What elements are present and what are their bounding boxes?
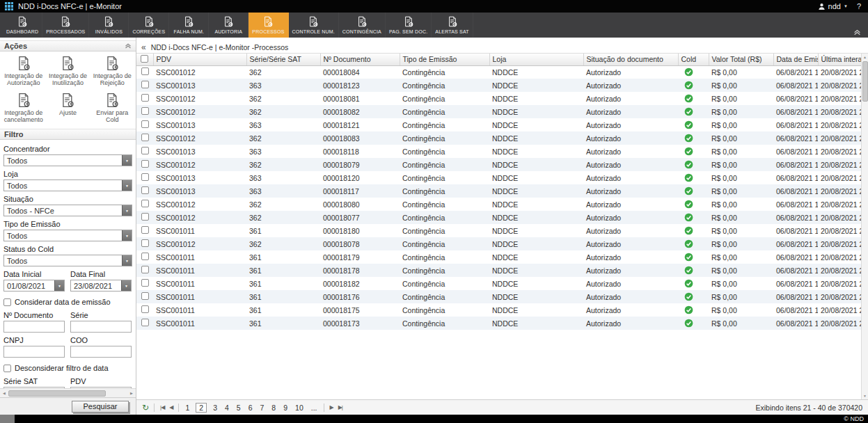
col-data-emissao[interactable]: Data de Emissão xyxy=(773,54,818,65)
page-last-icon[interactable]: ▶| xyxy=(338,404,343,410)
collapse-panel-icon[interactable] xyxy=(125,43,132,49)
vertical-scrollbar-thumb[interactable] xyxy=(862,61,868,102)
tab-auditoria[interactable]: AUDITORIA xyxy=(209,13,248,38)
col-documento[interactable]: Nº Documento xyxy=(320,54,400,65)
tab-falha-num[interactable]: FALHA NUM. xyxy=(169,13,209,38)
page-prev-icon[interactable]: ◀ xyxy=(168,404,173,410)
row-checkbox[interactable] xyxy=(141,107,149,115)
filter-dropdown[interactable]: Todos▼ xyxy=(3,230,132,241)
tab-controle-num[interactable]: CONTROLE NUM. xyxy=(289,13,339,38)
col-ultima-interacao[interactable]: Última interação xyxy=(818,54,861,65)
col-situacao[interactable]: Situação do documento xyxy=(583,54,678,65)
page-number-8[interactable]: 8 xyxy=(270,404,277,412)
tab-invalidos[interactable]: INVÁLIDOS xyxy=(89,13,129,38)
row-checkbox[interactable] xyxy=(141,279,149,287)
table-row[interactable]: SSC001011361000018173ContingênciaNDDCEAu… xyxy=(136,317,861,330)
table-row[interactable]: SSC001012362000018079ContingênciaNDDCEAu… xyxy=(136,158,861,171)
table-row[interactable]: SSC001011361000018179ContingênciaNDDCEAu… xyxy=(136,250,861,264)
table-row[interactable]: SSC001012362000018083ContingênciaNDDCEAu… xyxy=(136,131,861,145)
table-row[interactable]: SSC001011361000018175ContingênciaNDDCEAu… xyxy=(136,303,861,317)
row-checkbox[interactable] xyxy=(141,173,149,181)
table-row[interactable]: SSC001013363000018118ContingênciaNDDCEAu… xyxy=(136,145,861,158)
scroll-right-icon[interactable]: ▶ xyxy=(127,391,136,395)
row-checkbox[interactable] xyxy=(141,67,149,75)
action-integracao-de-autorizacao[interactable]: Integração de Autorização xyxy=(1,56,46,87)
action-enviar-para-cold[interactable]: Enviar para Cold xyxy=(90,93,134,124)
tab-processados[interactable]: PROCESSADOS xyxy=(42,13,89,38)
col-valor-total[interactable]: Valor Total (R$) xyxy=(709,54,773,65)
page-number-4[interactable]: 4 xyxy=(223,404,230,412)
serie-input[interactable] xyxy=(70,321,132,333)
table-row[interactable]: SSC001011361000018182ContingênciaNDDCEAu… xyxy=(136,277,861,290)
filter-dropdown[interactable]: Todos▼ xyxy=(3,255,132,266)
table-row[interactable]: SSC001011361000018176ContingênciaNDDCEAu… xyxy=(136,290,861,303)
page-number-9[interactable]: 9 xyxy=(282,404,289,412)
considerar-emissao-row[interactable]: Considerar data de emissão xyxy=(3,298,132,306)
table-row[interactable]: SSC001012362000018082ContingênciaNDDCEAu… xyxy=(136,105,861,118)
table-row[interactable]: SSC001012362000018081ContingênciaNDDCEAu… xyxy=(136,92,861,105)
page-number-1[interactable]: 1 xyxy=(184,404,191,412)
scroll-down-icon[interactable]: ▼ xyxy=(862,392,868,399)
desconsiderar-filtro-row[interactable]: Desconsiderar filtro de data xyxy=(3,364,132,372)
page-next-icon[interactable]: ▶ xyxy=(329,404,334,410)
col-cold[interactable]: Cold xyxy=(678,54,709,65)
filter-dropdown[interactable]: Todos - NFCe▼ xyxy=(3,205,132,216)
tab-pag-sem-doc[interactable]: PAG. SEM DOC. xyxy=(386,13,432,38)
table-row[interactable]: SSC001011361000018178ContingênciaNDDCEAu… xyxy=(136,264,861,277)
collapse-sidebar-icon[interactable]: « xyxy=(141,43,146,51)
row-checkbox[interactable] xyxy=(141,94,149,102)
collapse-ribbon-icon[interactable] xyxy=(853,29,861,35)
row-checkbox[interactable] xyxy=(141,81,149,88)
date-start-picker[interactable]: 01/08/2021 ▼ xyxy=(3,280,65,292)
table-row[interactable]: SSC001012362000018080ContingênciaNDDCEAu… xyxy=(136,198,861,211)
filter-dropdown[interactable]: Todos▼ xyxy=(3,154,132,166)
row-checkbox[interactable] xyxy=(141,147,149,154)
action-integracao-de-cancelamento[interactable]: Integração de cancelamento xyxy=(1,93,46,124)
considerar-emissao-checkbox[interactable] xyxy=(3,298,11,306)
pesquisar-button[interactable]: Pesquisar xyxy=(72,401,129,413)
refresh-icon[interactable]: ↻ xyxy=(142,404,149,412)
table-row[interactable]: SSC001013363000018123ContingênciaNDDCEAu… xyxy=(136,79,861,92)
page-first-icon[interactable]: |◀ xyxy=(159,404,165,410)
app-launcher-grid-icon[interactable] xyxy=(5,2,13,10)
tab-contingencia[interactable]: CONTINGÊNCIA xyxy=(339,13,386,38)
action-ajuste[interactable]: Ajuste xyxy=(46,93,90,124)
cnpj-input[interactable] xyxy=(3,346,65,358)
table-row[interactable]: SSC001012362000018077ContingênciaNDDCEAu… xyxy=(136,211,861,224)
col-pdv[interactable]: PDV xyxy=(153,54,246,65)
row-checkbox[interactable] xyxy=(141,226,149,234)
col-loja[interactable]: Loja xyxy=(489,54,583,65)
tab-alertas-sat[interactable]: ALERTAS SAT xyxy=(432,13,473,38)
page-number-10[interactable]: 10 xyxy=(294,404,305,412)
help-button[interactable]: ? xyxy=(855,2,863,10)
row-checkbox[interactable] xyxy=(141,200,149,207)
row-checkbox[interactable] xyxy=(141,186,149,194)
filter-dropdown[interactable]: Todos▼ xyxy=(3,179,132,191)
table-row[interactable]: SSC001013363000018121ContingênciaNDDCEAu… xyxy=(136,118,861,131)
row-checkbox[interactable] xyxy=(141,120,149,128)
row-checkbox[interactable] xyxy=(141,319,149,326)
col-tipo-emissao[interactable]: Tipo de Emissão xyxy=(400,54,489,65)
documento-input[interactable] xyxy=(3,321,65,333)
table-row[interactable]: SSC001013363000018120ContingênciaNDDCEAu… xyxy=(136,171,861,184)
tab-processos[interactable]: PROCESSOS xyxy=(248,13,288,38)
row-checkbox[interactable] xyxy=(141,160,149,168)
table-row[interactable]: SSC001012362000018078ContingênciaNDDCEAu… xyxy=(136,237,861,250)
date-end-picker[interactable]: 23/08/2021 ▼ xyxy=(70,280,132,292)
page-number-6[interactable]: 6 xyxy=(247,404,254,412)
row-checkbox[interactable] xyxy=(141,292,149,300)
desconsiderar-filtro-checkbox[interactable] xyxy=(3,365,11,372)
table-row[interactable]: SSC001011361000018180ContingênciaNDDCEAu… xyxy=(136,224,861,237)
action-integracao-de-inutilizacao[interactable]: Integração de Inutilização xyxy=(46,56,90,87)
page-number-2[interactable]: 2 xyxy=(196,403,207,413)
action-integracao-de-rejeicao[interactable]: Integração de Rejeição xyxy=(90,56,134,87)
row-checkbox[interactable] xyxy=(141,134,149,141)
user-menu[interactable]: ndd ▼ xyxy=(818,2,848,10)
table-row[interactable]: SSC001013363000018117ContingênciaNDDCEAu… xyxy=(136,184,861,198)
tab-correcoes[interactable]: CORREÇÕES xyxy=(129,13,169,38)
row-checkbox[interactable] xyxy=(141,213,149,221)
page-ellipsis[interactable]: ... xyxy=(310,404,319,412)
page-number-3[interactable]: 3 xyxy=(212,404,219,412)
page-number-5[interactable]: 5 xyxy=(235,404,242,412)
row-checkbox[interactable] xyxy=(141,266,149,273)
